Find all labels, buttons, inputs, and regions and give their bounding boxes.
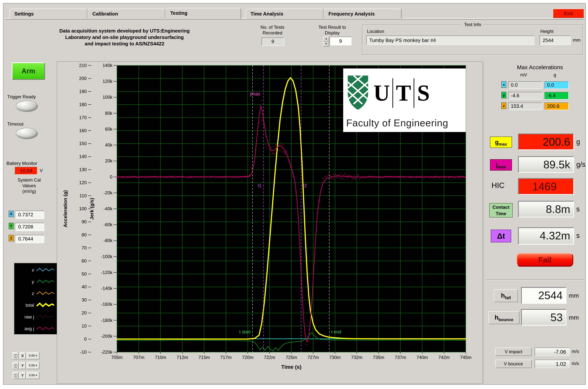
tab-time-analysis[interactable]: Time Analysis: [245, 9, 323, 19]
left-axis-title: Acceleration (g): [63, 190, 68, 227]
cal-value-x[interactable]: 0.7372: [15, 211, 44, 219]
svg-text:-140k: -140k: [101, 286, 113, 291]
height-label: Height: [540, 29, 553, 34]
v-impact-label: V impact: [495, 348, 532, 356]
palette-axis-button[interactable]: Y: [19, 372, 26, 379]
tab-testing[interactable]: Testing: [165, 8, 241, 19]
legend-item-z[interactable]: z: [14, 288, 57, 299]
svg-text:40k: 40k: [105, 142, 113, 148]
svg-text:40: 40: [82, 284, 87, 289]
location-field[interactable]: Tumby Bay PS monkey bar #4: [366, 35, 534, 45]
legend-line-sample-icon: [36, 278, 55, 285]
svg-text:-20k: -20k: [104, 190, 113, 195]
gmax-display: 200.6: [518, 133, 574, 150]
v-impact-unit: m/s: [572, 349, 579, 354]
palette-format-button[interactable]: 8.88 ▾: [27, 352, 39, 359]
svg-text:0: 0: [110, 174, 112, 179]
spinner-down-button[interactable]: ▼: [323, 42, 329, 47]
svg-text:705m: 705m: [111, 355, 123, 360]
svg-text:110: 110: [79, 193, 87, 198]
svg-text:720m: 720m: [242, 355, 253, 360]
svg-text:-100k: -100k: [101, 254, 113, 259]
svg-text:100k: 100k: [103, 95, 113, 100]
timeout-label: Timeout: [7, 121, 24, 127]
legend-label: total: [14, 302, 36, 308]
svg-text:90: 90: [82, 219, 87, 224]
cal-value-y[interactable]: 0.7208: [15, 223, 44, 231]
height-field[interactable]: 2544: [540, 35, 571, 45]
max-accel-tag-x: x: [501, 81, 506, 88]
legend-item-raw-j[interactable]: raw j: [14, 311, 57, 323]
result-indicator: Fail: [517, 253, 573, 267]
hfall-display: 2544: [521, 287, 566, 304]
uts-logo-top: UTS: [343, 68, 466, 117]
tab-frequency-analysis[interactable]: Frequency Analysis: [323, 9, 401, 19]
hic-label: HIC: [491, 181, 505, 190]
legend-line-sample-icon: [36, 266, 55, 273]
delta-t-label: Δt: [491, 229, 511, 242]
test-display-field[interactable]: 9: [330, 37, 351, 45]
palette-format-button[interactable]: 8.88 ▾: [27, 362, 39, 369]
legend-item-x[interactable]: x: [14, 264, 57, 276]
legend-item-y[interactable]: y: [14, 276, 57, 288]
app-root: SettingsCalibrationTestingTime AnalysisF…: [0, 0, 588, 389]
test-info-title: Test Info: [462, 22, 484, 27]
svg-text:745m: 745m: [460, 355, 471, 360]
v-bounce-label: V bounce: [495, 360, 532, 368]
svg-text:730m: 730m: [329, 355, 341, 360]
svg-text:722m: 722m: [264, 355, 275, 360]
logo-letter: S: [417, 74, 430, 112]
legend-line-sample-icon: [36, 290, 55, 297]
jmax-label: jmax: [490, 159, 512, 171]
palette-lock-button[interactable]: ◫: [12, 352, 19, 359]
svg-text:717m: 717m: [220, 355, 232, 360]
height-unit: mm: [573, 37, 581, 43]
svg-text:30: 30: [82, 297, 87, 302]
svg-text:-60k: -60k: [104, 222, 113, 227]
max-accel-tag-z: z: [501, 102, 506, 109]
jmax-unit: g/s: [576, 161, 585, 169]
tests-recorded-label: No. of Tests Recorded: [249, 25, 296, 36]
cal-axis-tag-z: Z: [9, 235, 14, 241]
trigger-ready-led: [16, 101, 37, 112]
max-accel-mv-y: -4.6: [508, 92, 542, 99]
svg-text:-160k: -160k: [101, 302, 113, 307]
svg-text:707m: 707m: [133, 355, 144, 360]
location-label: Location: [367, 29, 384, 34]
exit-button[interactable]: Exit: [553, 9, 584, 18]
max-accel-mv-x: 0.0: [508, 81, 542, 89]
palette-format-button[interactable]: 8.88 ▾: [27, 372, 39, 379]
max-accel-g-z: 200.6: [545, 102, 569, 110]
v-bounce-display: 1.02: [535, 360, 569, 368]
svg-text:20k: 20k: [105, 158, 113, 163]
svg-text:-220k: -220k: [101, 350, 113, 355]
svg-text:210: 210: [79, 63, 87, 68]
legend-label: z: [14, 291, 36, 296]
max-accel-mv-z: 153.4: [508, 102, 542, 110]
arm-button[interactable]: Arm: [12, 63, 45, 80]
test-display-label: Test Result to Display: [309, 25, 355, 36]
main-panel: SettingsCalibrationTestingTime AnalysisF…: [3, 3, 586, 385]
svg-text:70: 70: [82, 245, 87, 250]
annotation-jmax: jmax: [250, 91, 260, 97]
cal-value-z[interactable]: 0.7644: [15, 235, 44, 243]
uts-logo: UTS Faculty of Engineering: [343, 68, 466, 132]
svg-text:200: 200: [79, 76, 87, 81]
tab-calibration[interactable]: Calibration: [87, 9, 165, 19]
right-axis-title: Jerk (g/s): [89, 198, 95, 220]
spinner-up-button[interactable]: ▲: [323, 37, 329, 42]
svg-text:100: 100: [79, 206, 87, 211]
svg-text:-10: -10: [80, 350, 87, 355]
palette-lock-button[interactable]: ◫: [12, 372, 19, 379]
delta-t-display: 4.32m: [518, 227, 574, 245]
tab-settings[interactable]: Settings: [9, 9, 87, 19]
palette-axis-button[interactable]: X: [19, 352, 26, 359]
palette-lock-button[interactable]: ◫: [12, 362, 19, 369]
legend-item-avg-j[interactable]: avg j: [14, 323, 57, 334]
right-panel-divider: [484, 62, 485, 384]
palette-axis-button[interactable]: Y: [19, 362, 26, 369]
legend-item-total[interactable]: total: [14, 299, 57, 311]
svg-text:150: 150: [79, 141, 87, 146]
svg-text:712m: 712m: [177, 355, 188, 360]
svg-text:130: 130: [79, 167, 87, 172]
